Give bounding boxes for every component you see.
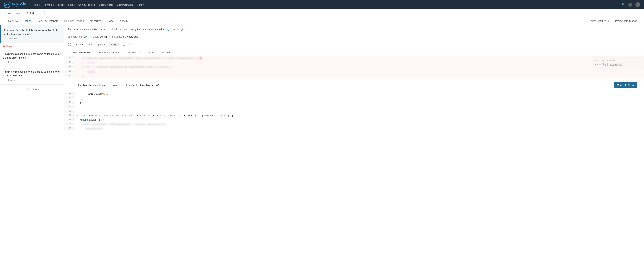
issue-item[interactable]: This branch's code block is the same as … (0, 49, 64, 67)
nav-issues[interactable]: Issues (58, 3, 65, 7)
line-affected-value[interactable]: L44 (84, 35, 88, 38)
effort-label: Effort: (93, 35, 99, 38)
line-content: await sleep(100) (75, 92, 644, 96)
issue-detail-panel: The branches in a conditional structure … (64, 26, 644, 275)
issue-status-dropdown[interactable]: Open ▾ (73, 42, 85, 47)
search-icon[interactable]: 🔍 (621, 3, 625, 7)
tab-security-reports[interactable]: Security Reports (61, 17, 87, 26)
code-line: 44 } else if (!options.ignoreCase && inp… (64, 65, 644, 69)
main-layout: This branch's code block is the same as … (0, 26, 644, 275)
add-button[interactable]: + (128, 43, 132, 47)
tab-code[interactable]: Code (104, 17, 117, 26)
issue-item[interactable]: This branch's code block is the same as … (0, 26, 64, 43)
line-content: } (75, 74, 644, 78)
branch-check-icon: ✓ (36, 12, 38, 14)
line-number: 46 (64, 74, 74, 77)
original-dot-icon (3, 45, 5, 47)
help-button[interactable]: ? (628, 3, 632, 7)
nav-administration[interactable]: Administration (117, 3, 133, 7)
line-number: 55 (64, 127, 74, 130)
line-content: return async () => { (75, 118, 644, 122)
line-number: 50 (64, 105, 74, 108)
issue-meta-row: Line affected: L44 • Effort: 10min • Int… (64, 34, 644, 40)
line-number: 42 (64, 56, 74, 59)
line-number: 43 (64, 61, 74, 64)
code-line: 51 (64, 110, 644, 114)
generate-ai-fix-button[interactable]: Generate AI Fix (614, 82, 637, 88)
line-affected-label: Line affected: (68, 35, 82, 38)
radio-circle-icon (68, 43, 71, 46)
line-number: 49 (64, 101, 74, 104)
original-label: Original (6, 45, 14, 48)
line-number: 47 (64, 92, 74, 95)
learn-more-link[interactable]: jy_description_test (166, 28, 186, 31)
issue-status-radio[interactable] (68, 43, 71, 46)
issue-header: The branches in a conditional structure … (64, 26, 644, 34)
issue-warning-text: This branch's code block is the same as … (78, 84, 160, 87)
status-chevron-icon: ▾ (82, 43, 83, 46)
add-tag-button[interactable]: … (121, 43, 126, 47)
code-view: 42 if (options.ignoreCase && inputElemen… (64, 56, 644, 131)
issue-tag[interactable]: design (109, 43, 119, 46)
line-content: inputSelector (75, 127, 644, 131)
branch-help-button[interactable]: ? (43, 11, 46, 15)
nav-quality-gates[interactable]: Quality Gates (99, 3, 114, 7)
user-avatar[interactable]: U (635, 2, 640, 7)
line-content (75, 110, 644, 110)
code-line: 55 inputSelector (64, 127, 644, 131)
secondary-nav-tabs: Overview Issues Security Hotspots Securi… (4, 17, 584, 25)
tab-ai-codefix[interactable]: AI CodeFix (124, 49, 142, 56)
issue-text: This branch's code block is the same as … (4, 29, 61, 36)
assignee-chevron-icon: ▾ (104, 43, 105, 46)
tab-more-info[interactable]: More info (156, 49, 173, 56)
tab-activity[interactable]: Activity (117, 17, 131, 26)
issue-assignee-dropdown[interactable]: Not assigned ▾ (87, 42, 107, 47)
nav-more[interactable]: More ▾ (136, 4, 144, 6)
nav-quality-profiles[interactable]: Quality Profiles (78, 3, 95, 7)
nav-rules[interactable]: Rules (68, 3, 74, 7)
project-information-button[interactable]: Project Information (612, 17, 640, 25)
tab-why-is-issue[interactable]: Why is this an issue? (96, 49, 124, 56)
nav-projects[interactable]: Projects (31, 3, 40, 7)
line-content: } (75, 105, 644, 110)
tab-activity[interactable]: Activity (143, 49, 156, 56)
main-nav-links: Projects Portfolios Issues Rules Quality… (31, 3, 144, 7)
secondary-nav-right: Project Settings ▾ Project Information (584, 17, 640, 25)
tab-overview[interactable]: Overview (4, 17, 21, 26)
issue-meta: ⋮ 1 location (3, 79, 61, 81)
branch-selector[interactable]: ⎇ main ✓ ▾ (24, 11, 42, 15)
code-line: 42 if (options.ignoreCase && inputElemen… (64, 56, 644, 61)
issues-list-panel: This branch's code block is the same as … (0, 26, 64, 275)
line-number: 45 (64, 70, 74, 73)
code-line: 49 } (64, 101, 644, 105)
tab-measures[interactable]: Measures (87, 17, 104, 26)
line-number: 52 (64, 114, 74, 117)
tab-security-hotspots[interactable]: Security Hotspots (34, 17, 61, 26)
locations-icon: ⋮ (3, 61, 5, 64)
code-line: 50 } (64, 105, 644, 110)
logo-server-label: server (12, 5, 26, 7)
issue-item[interactable]: This branch's code block is the same as … (0, 67, 64, 85)
tab-where-is-issue[interactable]: Where is the issue? (68, 49, 96, 56)
project-settings-button[interactable]: Project Settings ▾ (584, 17, 612, 25)
line-number: 44 (64, 65, 74, 68)
breadcrumb: ☆ juice-shop / ⎇ main ✓ ▾ ? (0, 10, 644, 17)
line-content: const inputElement: HTMLInputElement = d… (75, 122, 644, 127)
code-line: 45 break (64, 70, 644, 74)
locations-count: 1 location (6, 79, 16, 81)
code-line: 53 return async () => { (64, 118, 644, 122)
issue-description: The branches in a conditional structure … (68, 28, 186, 31)
locations-icon: ⋮ (3, 79, 5, 81)
secondary-navigation: Overview Issues Security Hotspots Securi… (0, 17, 644, 26)
nav-portfolios[interactable]: Portfolios (44, 3, 54, 7)
line-content: export function waitForInputToNotHaveVal… (75, 114, 644, 118)
logo[interactable]: SonarQube server (4, 1, 26, 8)
shown-count[interactable]: 3 of 3 shown (0, 85, 64, 94)
tab-issues[interactable]: Issues (21, 17, 34, 26)
issue-text: This branch's code block is the same as … (3, 52, 61, 60)
line-number: 54 (64, 122, 74, 125)
project-name[interactable]: juice-shop (8, 12, 20, 15)
favorite-icon[interactable]: ☆ (4, 11, 6, 15)
breadcrumb-separator: / (22, 12, 22, 15)
effort-value: 10min (100, 35, 107, 38)
